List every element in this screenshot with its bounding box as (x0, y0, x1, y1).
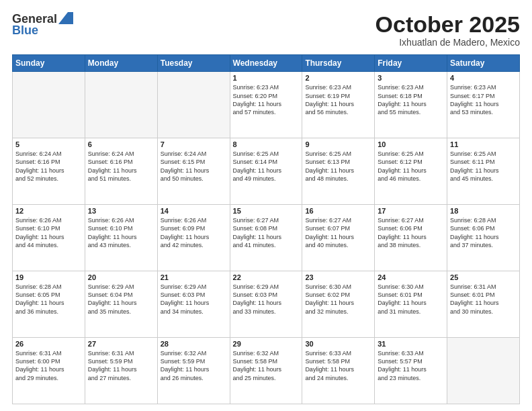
day-info: Sunrise: 6:26 AM Sunset: 6:10 PM Dayligh… (88, 216, 154, 249)
day-number: 22 (233, 273, 300, 281)
day-info: Sunrise: 6:25 AM Sunset: 6:12 PM Dayligh… (378, 150, 444, 183)
day-info: Sunrise: 6:28 AM Sunset: 6:05 PM Dayligh… (15, 283, 82, 316)
header: General Blue October 2025 Ixhuatlan de M… (12, 12, 520, 48)
logo-blue: Blue (12, 24, 38, 38)
day-cell: 12Sunrise: 6:26 AM Sunset: 6:10 PM Dayli… (13, 205, 85, 271)
week-row-4: 19Sunrise: 6:28 AM Sunset: 6:05 PM Dayli… (13, 271, 520, 338)
day-cell: 29Sunrise: 6:32 AM Sunset: 5:58 PM Dayli… (230, 338, 302, 404)
weekday-header-row: SundayMondayTuesdayWednesdayThursdayFrid… (13, 55, 520, 72)
day-cell: 24Sunrise: 6:30 AM Sunset: 6:01 PM Dayli… (375, 271, 447, 338)
day-number: 26 (15, 340, 82, 348)
day-number: 21 (161, 273, 227, 281)
weekday-header-friday: Friday (375, 55, 447, 72)
day-number: 18 (450, 207, 517, 215)
day-number: 7 (161, 140, 227, 148)
calendar: SundayMondayTuesdayWednesdayThursdayFrid… (12, 54, 520, 404)
day-number: 1 (233, 74, 300, 82)
day-cell: 1Sunrise: 6:23 AM Sunset: 6:20 PM Daylig… (230, 72, 302, 138)
day-number: 25 (450, 273, 517, 281)
day-info: Sunrise: 6:31 AM Sunset: 6:01 PM Dayligh… (450, 283, 517, 316)
day-number: 31 (378, 340, 444, 348)
day-cell: 15Sunrise: 6:27 AM Sunset: 6:08 PM Dayli… (230, 205, 302, 271)
day-cell: 22Sunrise: 6:29 AM Sunset: 6:03 PM Dayli… (230, 271, 302, 338)
day-info: Sunrise: 6:25 AM Sunset: 6:13 PM Dayligh… (305, 150, 371, 183)
week-row-2: 5Sunrise: 6:24 AM Sunset: 6:16 PM Daylig… (13, 138, 520, 205)
weekday-header-thursday: Thursday (302, 55, 375, 72)
day-cell (447, 338, 520, 404)
day-number: 15 (233, 207, 300, 215)
day-cell: 5Sunrise: 6:24 AM Sunset: 6:16 PM Daylig… (13, 138, 85, 205)
day-number: 29 (233, 340, 300, 348)
calendar-table: SundayMondayTuesdayWednesdayThursdayFrid… (12, 54, 520, 404)
day-info: Sunrise: 6:30 AM Sunset: 6:01 PM Dayligh… (378, 283, 444, 316)
day-number: 23 (305, 273, 371, 281)
day-info: Sunrise: 6:29 AM Sunset: 6:03 PM Dayligh… (161, 283, 227, 316)
day-cell (157, 72, 230, 138)
day-number: 6 (88, 140, 154, 148)
day-number: 27 (88, 340, 154, 348)
day-info: Sunrise: 6:27 AM Sunset: 6:06 PM Dayligh… (378, 216, 444, 249)
logo-icon (58, 12, 73, 24)
day-info: Sunrise: 6:27 AM Sunset: 6:08 PM Dayligh… (233, 216, 300, 249)
day-cell: 27Sunrise: 6:31 AM Sunset: 5:59 PM Dayli… (85, 338, 157, 404)
day-info: Sunrise: 6:24 AM Sunset: 6:16 PM Dayligh… (15, 150, 82, 183)
day-cell: 13Sunrise: 6:26 AM Sunset: 6:10 PM Dayli… (85, 205, 157, 271)
day-number: 30 (305, 340, 371, 348)
day-info: Sunrise: 6:23 AM Sunset: 6:20 PM Dayligh… (233, 83, 300, 116)
page: General Blue October 2025 Ixhuatlan de M… (0, 0, 532, 411)
weekday-header-tuesday: Tuesday (157, 55, 230, 72)
day-info: Sunrise: 6:30 AM Sunset: 6:02 PM Dayligh… (305, 283, 371, 316)
day-number: 19 (15, 273, 82, 281)
day-cell: 26Sunrise: 6:31 AM Sunset: 6:00 PM Dayli… (13, 338, 85, 404)
day-number: 2 (305, 74, 371, 82)
day-cell (13, 72, 85, 138)
week-row-3: 12Sunrise: 6:26 AM Sunset: 6:10 PM Dayli… (13, 205, 520, 271)
day-number: 17 (378, 207, 444, 215)
day-cell: 31Sunrise: 6:33 AM Sunset: 5:57 PM Dayli… (375, 338, 447, 404)
day-cell: 7Sunrise: 6:24 AM Sunset: 6:15 PM Daylig… (157, 138, 230, 205)
day-info: Sunrise: 6:26 AM Sunset: 6:09 PM Dayligh… (161, 216, 227, 249)
day-cell: 9Sunrise: 6:25 AM Sunset: 6:13 PM Daylig… (302, 138, 375, 205)
logo: General Blue (12, 12, 73, 38)
day-cell: 2Sunrise: 6:23 AM Sunset: 6:19 PM Daylig… (302, 72, 375, 138)
day-number: 3 (378, 74, 444, 82)
day-number: 8 (233, 140, 300, 148)
day-info: Sunrise: 6:28 AM Sunset: 6:06 PM Dayligh… (450, 216, 517, 249)
day-cell: 11Sunrise: 6:25 AM Sunset: 6:11 PM Dayli… (447, 138, 520, 205)
day-cell: 23Sunrise: 6:30 AM Sunset: 6:02 PM Dayli… (302, 271, 375, 338)
day-cell: 4Sunrise: 6:23 AM Sunset: 6:17 PM Daylig… (447, 72, 520, 138)
month-title: October 2025 (375, 12, 520, 37)
day-info: Sunrise: 6:25 AM Sunset: 6:14 PM Dayligh… (233, 150, 300, 183)
svg-marker-0 (58, 12, 73, 24)
day-info: Sunrise: 6:23 AM Sunset: 6:17 PM Dayligh… (450, 83, 517, 116)
day-info: Sunrise: 6:23 AM Sunset: 6:18 PM Dayligh… (378, 83, 444, 116)
day-cell: 19Sunrise: 6:28 AM Sunset: 6:05 PM Dayli… (13, 271, 85, 338)
day-cell: 21Sunrise: 6:29 AM Sunset: 6:03 PM Dayli… (157, 271, 230, 338)
day-cell: 8Sunrise: 6:25 AM Sunset: 6:14 PM Daylig… (230, 138, 302, 205)
day-cell: 20Sunrise: 6:29 AM Sunset: 6:04 PM Dayli… (85, 271, 157, 338)
day-number: 9 (305, 140, 371, 148)
day-info: Sunrise: 6:25 AM Sunset: 6:11 PM Dayligh… (450, 150, 517, 183)
weekday-header-saturday: Saturday (447, 55, 520, 72)
weekday-header-wednesday: Wednesday (230, 55, 302, 72)
day-info: Sunrise: 6:33 AM Sunset: 5:58 PM Dayligh… (305, 349, 371, 382)
day-info: Sunrise: 6:32 AM Sunset: 5:58 PM Dayligh… (233, 349, 300, 382)
day-number: 13 (88, 207, 154, 215)
week-row-5: 26Sunrise: 6:31 AM Sunset: 6:00 PM Dayli… (13, 338, 520, 404)
day-cell: 17Sunrise: 6:27 AM Sunset: 6:06 PM Dayli… (375, 205, 447, 271)
day-info: Sunrise: 6:24 AM Sunset: 6:16 PM Dayligh… (88, 150, 154, 183)
title-block: October 2025 Ixhuatlan de Madero, Mexico (375, 12, 520, 48)
location: Ixhuatlan de Madero, Mexico (375, 37, 520, 48)
day-info: Sunrise: 6:29 AM Sunset: 6:03 PM Dayligh… (233, 283, 300, 316)
day-info: Sunrise: 6:31 AM Sunset: 5:59 PM Dayligh… (88, 349, 154, 382)
day-cell: 3Sunrise: 6:23 AM Sunset: 6:18 PM Daylig… (375, 72, 447, 138)
day-cell: 25Sunrise: 6:31 AM Sunset: 6:01 PM Dayli… (447, 271, 520, 338)
day-info: Sunrise: 6:32 AM Sunset: 5:59 PM Dayligh… (161, 349, 227, 382)
day-info: Sunrise: 6:33 AM Sunset: 5:57 PM Dayligh… (378, 349, 444, 382)
weekday-header-monday: Monday (85, 55, 157, 72)
day-number: 4 (450, 74, 517, 82)
day-number: 24 (378, 273, 444, 281)
day-number: 14 (161, 207, 227, 215)
day-number: 10 (378, 140, 444, 148)
day-cell: 6Sunrise: 6:24 AM Sunset: 6:16 PM Daylig… (85, 138, 157, 205)
